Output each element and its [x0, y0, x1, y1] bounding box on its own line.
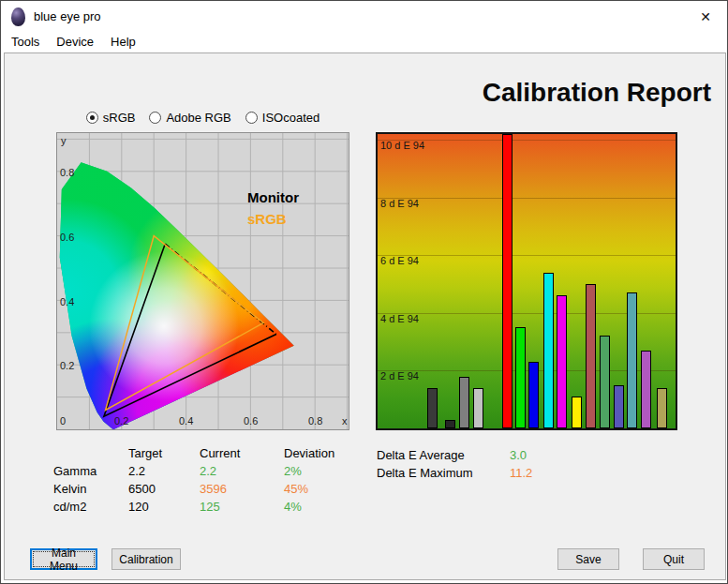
row-label: Kelvin — [53, 480, 128, 498]
col-header-target: Target — [128, 444, 200, 462]
spectral-locus-horseshoe — [57, 133, 349, 429]
delta-e-bars: 2 d E 944 d E 946 d E 948 d E 9410 d E 9… — [378, 134, 676, 428]
delta-e-chart: 2 d E 944 d E 946 d E 948 d E 9410 d E 9… — [376, 132, 677, 430]
delta-e-gridline — [378, 198, 676, 199]
origin-tick: 0 — [60, 415, 66, 427]
y-tick: 0.4 — [60, 296, 74, 307]
delta-bar-black — [445, 420, 455, 428]
delta-bar-brown — [586, 284, 596, 428]
radio-label: ISOcoated — [262, 111, 319, 125]
deviation-value: 45% — [284, 480, 368, 498]
delta-bar-sea-green — [600, 336, 610, 428]
menu-device[interactable]: Device — [48, 33, 102, 51]
radio-icon[interactable] — [149, 112, 161, 124]
calibration-button[interactable]: Calibration — [111, 548, 181, 570]
delta-bar-red — [502, 134, 513, 428]
radio-label: Adobe RGB — [166, 111, 230, 125]
delta-e-average-label: Delta E Average — [377, 446, 510, 464]
quit-button[interactable]: Quit — [643, 548, 705, 570]
delta-bar-yellow — [572, 397, 582, 428]
delta-e-summary: Delta E Average 3.0 Delta E Maximum 11.2 — [377, 446, 532, 482]
delta-bar-slate-blue — [614, 385, 624, 428]
radio-icon[interactable] — [86, 112, 98, 124]
profile-radio-group: sRGB Adobe RGB ISOcoated — [56, 111, 349, 125]
app-icon — [11, 7, 25, 26]
x-tick: 0.8 — [308, 415, 322, 427]
legend-srgb: sRGB — [247, 211, 287, 227]
row-label: Gamma — [53, 462, 128, 480]
current-value: 2.2 — [200, 462, 284, 480]
cie-chromaticity-diagram: y 0.8 0.6 0.4 0.2 0 0.2 0.4 0.6 0.8 x Mo… — [56, 132, 349, 430]
delta-e-maximum-value: 11.2 — [510, 464, 532, 482]
current-value: 125 — [200, 498, 284, 516]
deviation-value: 2% — [284, 462, 368, 480]
delta-bar-light-gray — [473, 388, 483, 428]
radio-option-srgb[interactable]: sRGB — [86, 111, 136, 125]
delta-e-grid-label: 2 d E 94 — [380, 370, 419, 382]
delta-bar-blue — [528, 362, 539, 428]
delta-bar-green — [515, 327, 526, 428]
target-value: 6500 — [128, 480, 200, 498]
col-header-current: Current — [200, 444, 284, 462]
y-tick: 0.2 — [60, 360, 74, 371]
target-value: 2.2 — [128, 462, 200, 480]
delta-e-average-value: 3.0 — [510, 446, 527, 464]
delta-bar-teal — [627, 292, 637, 428]
x-tick: 0.2 — [114, 415, 128, 427]
app-window: blue eye pro ✕ Tools Device Help Calibra… — [0, 0, 728, 584]
radio-icon[interactable] — [245, 112, 258, 124]
delta-bar-khaki — [657, 388, 667, 428]
delta-e-grid-label: 6 d E 94 — [380, 255, 419, 266]
delta-bar-dark-gray — [427, 388, 438, 428]
menu-help[interactable]: Help — [102, 33, 144, 51]
current-value: 3596 — [200, 480, 284, 498]
legend-monitor: Monitor — [247, 189, 299, 205]
delta-e-grid-label: 4 d E 94 — [380, 313, 419, 324]
calibration-summary-table: Target Current Deviation Gamma 2.2 2.2 2… — [53, 444, 368, 516]
delta-e-gridline — [378, 255, 676, 256]
save-button[interactable]: Save — [557, 548, 619, 570]
window-title: blue eye pro — [34, 9, 101, 23]
y-tick: 0.8 — [60, 167, 74, 178]
delta-bar-magenta — [557, 295, 567, 428]
x-axis-label: x — [342, 415, 348, 427]
delta-bar-orchid — [641, 351, 651, 428]
x-tick: 0.4 — [179, 415, 193, 427]
delta-e-grid-label: 10 d E 94 — [380, 140, 424, 151]
delta-e-maximum-label: Delta E Maximum — [377, 464, 510, 482]
delta-bar-gray — [459, 377, 469, 428]
y-axis-label: y — [61, 135, 67, 146]
deviation-value: 4% — [284, 498, 368, 516]
x-tick: 0.6 — [244, 415, 258, 427]
delta-e-grid-label: 8 d E 94 — [380, 198, 419, 209]
radio-option-isocoated[interactable]: ISOcoated — [245, 111, 319, 125]
cie-svg — [57, 133, 349, 429]
y-tick: 0.6 — [60, 232, 74, 243]
main-menu-button[interactable]: Main Menu — [30, 548, 97, 570]
content-panel: Calibration Report sRGB Adobe RGB ISOcoa… — [4, 52, 726, 580]
page-title: Calibration Report — [483, 78, 711, 108]
col-header-deviation: Deviation — [284, 444, 368, 462]
radio-label: sRGB — [103, 111, 136, 125]
menu-tools[interactable]: Tools — [3, 33, 48, 51]
title-bar: blue eye pro ✕ — [1, 1, 727, 32]
row-label: cd/m2 — [53, 498, 128, 516]
radio-option-adobe-rgb[interactable]: Adobe RGB — [149, 111, 230, 125]
target-value: 120 — [128, 498, 200, 516]
menu-bar: Tools Device Help — [1, 32, 727, 52]
close-icon[interactable]: ✕ — [684, 1, 727, 32]
delta-bar-cyan — [543, 273, 554, 428]
